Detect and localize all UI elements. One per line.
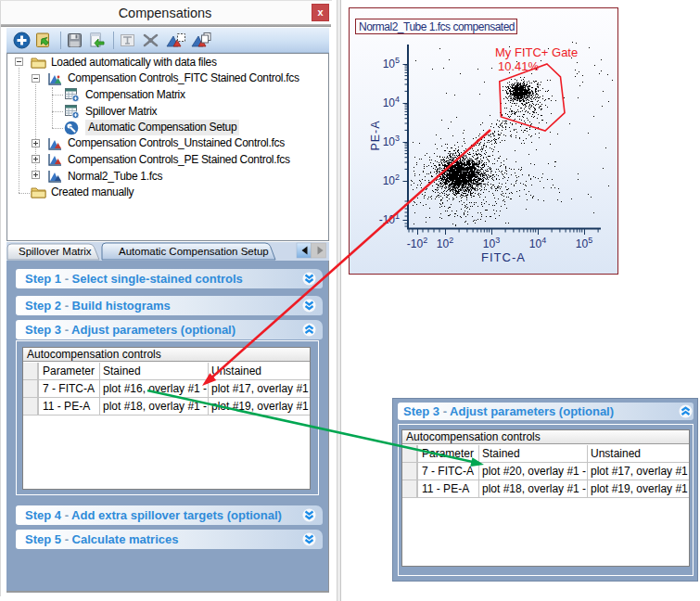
svg-text:FITC-A: FITC-A [481,250,526,264]
svg-text:PE-A: PE-A [369,120,382,150]
svg-text:10.41%: 10.41% [498,59,540,73]
svg-text:My FITC+ Gate: My FITC+ Gate [495,45,578,59]
svg-text:Normal2_Tube 1.fcs compensated: Normal2_Tube 1.fcs compensated [359,20,515,33]
svg-text:Spillover Matrix: Spillover Matrix [19,246,92,257]
svg-text:Automatic Compensation Setup: Automatic Compensation Setup [119,246,269,257]
